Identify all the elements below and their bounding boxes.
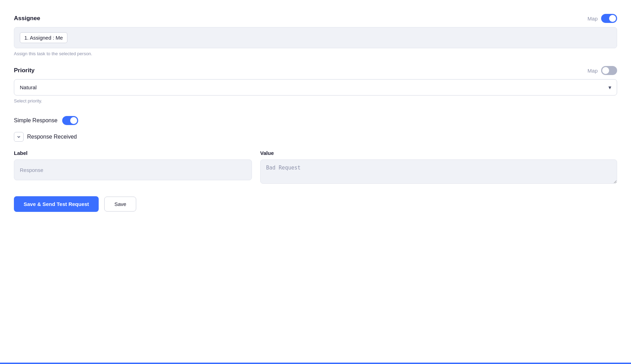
priority-map-group: Map	[588, 66, 617, 75]
simple-response-toggle[interactable]	[62, 116, 78, 125]
priority-section: Priority Map Natural Low Medium High Urg…	[14, 66, 617, 104]
priority-header: Priority Map	[14, 66, 617, 75]
save-button[interactable]: Save	[104, 197, 136, 212]
response-received-label: Response Received	[27, 134, 77, 140]
simple-response-slider	[62, 116, 78, 125]
assignee-section: Assignee Map 1. Assigned : Me Assign thi…	[14, 14, 617, 56]
priority-helper: Select priority.	[14, 98, 617, 104]
assignee-label: Assignee	[14, 15, 40, 22]
value-col-header: Value	[260, 150, 617, 156]
save-send-button[interactable]: Save & Send Test Request	[14, 196, 99, 212]
assignee-box: 1. Assigned : Me	[14, 27, 617, 48]
assignee-map-label: Map	[588, 16, 598, 22]
response-received-row: Response Received	[14, 132, 617, 142]
label-input[interactable]	[14, 159, 252, 180]
value-input[interactable]	[260, 159, 617, 184]
simple-response-row: Simple Response	[14, 113, 617, 125]
label-input-wrapper	[14, 159, 252, 185]
simple-response-label: Simple Response	[14, 117, 57, 124]
priority-select-wrapper: Natural Low Medium High Urgent ▼	[14, 79, 617, 96]
value-input-wrapper	[260, 159, 617, 185]
assignee-tag[interactable]: 1. Assigned : Me	[20, 32, 67, 43]
chevron-down-icon	[16, 134, 21, 139]
assignee-map-slider	[601, 14, 617, 23]
assignee-map-toggle[interactable]	[601, 14, 617, 23]
label-value-inputs	[14, 159, 617, 185]
assignee-header: Assignee Map	[14, 14, 617, 23]
priority-map-slider	[601, 66, 617, 75]
response-received-chevron[interactable]	[14, 132, 24, 142]
bottom-border-bar	[0, 363, 631, 364]
assignee-helper: Assign this task to the selected person.	[14, 51, 617, 56]
label-col-header: Label	[14, 150, 252, 156]
priority-label: Priority	[14, 67, 35, 74]
assignee-map-group: Map	[588, 14, 617, 23]
priority-map-label: Map	[588, 68, 598, 74]
buttons-row: Save & Send Test Request Save	[14, 196, 617, 212]
label-value-header: Label Value	[14, 150, 617, 156]
priority-map-toggle[interactable]	[601, 66, 617, 75]
priority-select[interactable]: Natural Low Medium High Urgent	[14, 79, 617, 96]
